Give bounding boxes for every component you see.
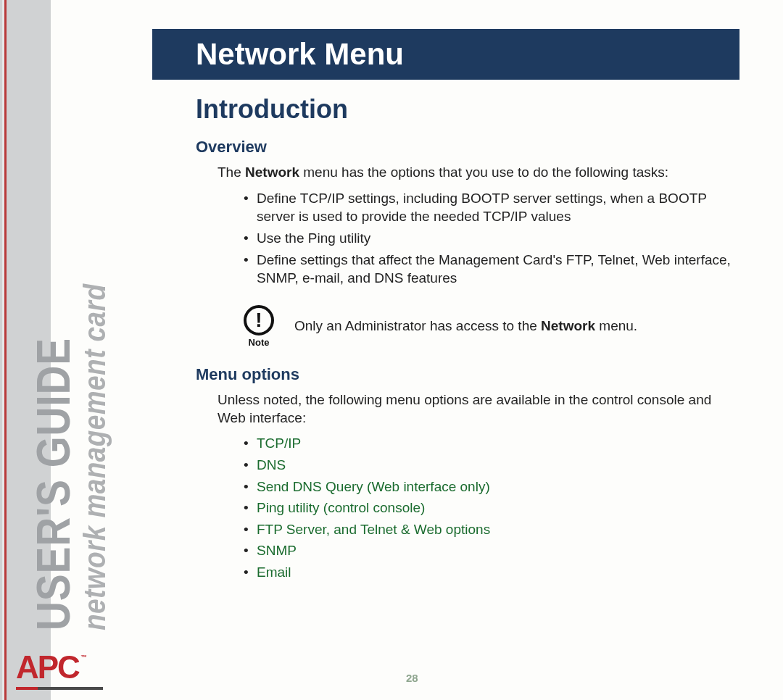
- note-post: menu.: [595, 318, 637, 333]
- content-area: Introduction Overview The Network menu h…: [196, 94, 732, 592]
- list-item: Use the Ping utility: [244, 229, 732, 248]
- logo-underline-icon: [16, 687, 103, 690]
- overview-intro: The Network menu has the options that yo…: [218, 164, 732, 182]
- note-icon-wrap: ! Note: [244, 305, 274, 348]
- logo-letters: APC: [16, 649, 79, 685]
- note-pre: Only an Administrator has access to the: [294, 318, 541, 333]
- link-email[interactable]: Email: [257, 564, 291, 580]
- link-tcpip[interactable]: TCP/IP: [257, 436, 301, 451]
- intro-bold: Network: [245, 164, 299, 180]
- overview-heading: Overview: [196, 138, 732, 157]
- link-dns[interactable]: DNS: [257, 457, 286, 472]
- list-item: Define TCP/IP settings, including BOOTP …: [244, 189, 732, 226]
- link-send-dns-query[interactable]: Send DNS Query (Web interface only): [257, 479, 490, 494]
- exclamation-icon: !: [244, 305, 274, 336]
- logo-text: APC™: [16, 649, 84, 685]
- note-label: Note: [249, 337, 270, 348]
- note-block: ! Note Only an Administrator has access …: [244, 305, 732, 348]
- intro-post: menu has the options that you use to do …: [299, 164, 668, 180]
- note-text: Only an Administrator has access to the …: [294, 317, 637, 336]
- trademark-icon: ™: [80, 654, 86, 661]
- overview-bullets: Define TCP/IP settings, including BOOTP …: [244, 189, 732, 288]
- sidebar-text: USER'S GUIDE network management card: [26, 123, 135, 630]
- chapter-title: Network Menu: [196, 37, 404, 72]
- list-item: Send DNS Query (Web interface only): [244, 478, 732, 496]
- menu-options-list: TCP/IP DNS Send DNS Query (Web interface…: [244, 434, 732, 581]
- list-item: Email: [244, 563, 732, 582]
- link-ping-utility[interactable]: Ping utility (control console): [257, 500, 425, 515]
- link-snmp[interactable]: SNMP: [257, 543, 297, 558]
- list-item: Ping utility (control console): [244, 499, 732, 517]
- page-number: 28: [406, 672, 418, 684]
- section-title: Introduction: [196, 94, 732, 125]
- header-bar: Network Menu: [152, 29, 740, 80]
- list-item: SNMP: [244, 541, 732, 560]
- list-item: Define settings that affect the Manageme…: [244, 251, 732, 288]
- guide-title: USER'S GUIDE: [26, 338, 80, 630]
- guide-subtitle: network management card: [78, 284, 112, 630]
- note-bold: Network: [541, 318, 595, 333]
- intro-pre: The: [218, 164, 245, 180]
- brand-logo: APC™: [16, 649, 84, 686]
- list-item: DNS: [244, 456, 732, 475]
- list-item: FTP Server, and Telnet & Web options: [244, 520, 732, 539]
- page: USER'S GUIDE network management card APC…: [0, 0, 783, 700]
- menu-options-intro: Unless noted, the following menu options…: [218, 391, 732, 427]
- menu-options-heading: Menu options: [196, 365, 732, 384]
- list-item: TCP/IP: [244, 434, 732, 453]
- link-ftp-telnet-web[interactable]: FTP Server, and Telnet & Web options: [257, 522, 490, 537]
